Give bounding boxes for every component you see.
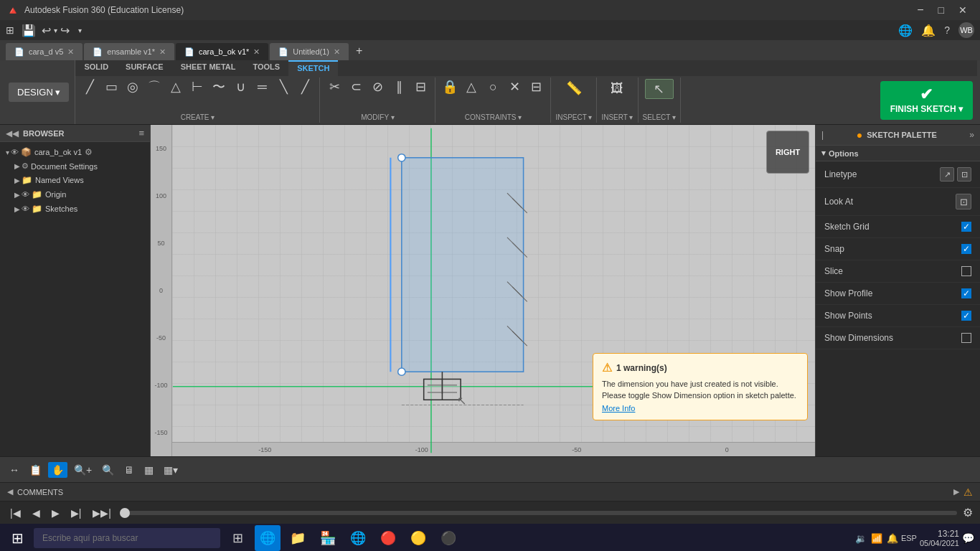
- modify-label[interactable]: MODIFY ▾: [361, 113, 394, 121]
- tab-untitled[interactable]: 📄 Untitled(1) ✕: [270, 43, 349, 60]
- tab-tools[interactable]: TOOLS: [244, 60, 288, 76]
- taskbar-explorer-icon[interactable]: 📁: [285, 525, 311, 551]
- zoom-in-btn[interactable]: 🔍+: [70, 462, 95, 478]
- tab-cara-b-ok[interactable]: 📄 cara_b_ok v1* ✕: [176, 43, 268, 60]
- quick-access-grid[interactable]: ⊞: [6, 24, 14, 36]
- browser-item-sketches[interactable]: ▶ 👁 📁 Sketches: [0, 202, 150, 216]
- circle2-btn[interactable]: ○: [483, 79, 503, 95]
- lookat-btn[interactable]: ⊡: [956, 194, 971, 209]
- play-next-btn[interactable]: ▶|: [68, 506, 85, 520]
- constraints-label[interactable]: CONSTRAINTS ▾: [465, 113, 522, 121]
- measure-btn[interactable]: 📏: [560, 79, 588, 98]
- collapse-palette-icon[interactable]: |: [821, 130, 824, 140]
- trim-btn[interactable]: ✂: [324, 79, 344, 95]
- global-icon[interactable]: 🌐: [898, 24, 913, 37]
- finish-sketch-btn[interactable]: ✔ FINISH SKETCH ▾: [880, 81, 973, 120]
- grid-options-btn[interactable]: ▦▾: [160, 462, 182, 478]
- extend-btn[interactable]: ⊂: [346, 79, 366, 95]
- line-btn[interactable]: ╱: [80, 79, 100, 95]
- new-tab-btn[interactable]: +: [350, 42, 368, 60]
- zoom-fit-btn[interactable]: 🔍: [98, 462, 118, 478]
- taskbar-yellow-icon[interactable]: 🟡: [405, 525, 431, 551]
- show-points-checkbox[interactable]: ✓: [961, 311, 971, 321]
- browser-options-icon[interactable]: ≡: [138, 128, 144, 138]
- grid-view-btn[interactable]: ▦: [141, 462, 157, 478]
- rect2-btn[interactable]: ⊟: [526, 79, 546, 95]
- settings-icon[interactable]: ⚙: [85, 147, 93, 157]
- insert-img-btn[interactable]: 🖼: [603, 79, 631, 98]
- comments-expand-2[interactable]: ▶: [953, 487, 959, 496]
- save-btn[interactable]: 💾: [22, 24, 36, 37]
- tab-cara-d[interactable]: 📄 cara_d v5 ✕: [6, 43, 83, 60]
- select-btn[interactable]: ↖: [645, 79, 674, 99]
- comments-expand[interactable]: ◀: [7, 487, 13, 496]
- browser-item-root[interactable]: ▾ 👁 📦 cara_b_ok v1 ⚙: [0, 145, 150, 159]
- line3-btn[interactable]: ╱: [295, 79, 315, 95]
- triangle-btn[interactable]: △: [461, 79, 481, 95]
- tab-solid[interactable]: SOLID: [75, 60, 117, 76]
- more-info-link[interactable]: More Info: [602, 404, 798, 413]
- break-btn[interactable]: ⊘: [367, 79, 387, 95]
- browser-collapse-icon[interactable]: ◀◀: [6, 128, 19, 138]
- tab-surface[interactable]: SURFACE: [117, 60, 172, 76]
- redo-dropdown[interactable]: ▾: [78, 27, 82, 34]
- pan-btn[interactable]: ↔: [6, 462, 23, 478]
- redo-btn[interactable]: ↪: [60, 24, 70, 37]
- tab-ensamble[interactable]: 📄 ensamble v1* ✕: [84, 43, 174, 60]
- polygon-btn[interactable]: △: [166, 79, 186, 95]
- tab-close[interactable]: ✕: [67, 47, 74, 57]
- play-end-btn[interactable]: ▶▶|: [90, 506, 114, 520]
- design-btn[interactable]: DESIGN ▾: [9, 83, 69, 102]
- network-icon[interactable]: 📶: [871, 533, 882, 544]
- pan-view-btn[interactable]: ✋: [48, 462, 67, 478]
- eye-origin-icon[interactable]: 👁: [22, 190, 29, 199]
- notification-tray-icon[interactable]: 🔔: [887, 533, 898, 544]
- taskbar-chrome-icon[interactable]: 🌐: [345, 525, 371, 551]
- play-prev-btn[interactable]: ◀: [29, 506, 43, 520]
- play-play-btn[interactable]: ▶: [49, 506, 62, 520]
- lock-btn[interactable]: 🔒: [440, 79, 460, 95]
- conic-btn[interactable]: ∪: [230, 79, 250, 95]
- spline-btn[interactable]: 〜: [209, 79, 229, 95]
- eye-sketch-icon[interactable]: 👁: [22, 204, 29, 213]
- close-btn[interactable]: ✕: [951, 4, 974, 16]
- taskbar-store-icon[interactable]: 🏪: [315, 525, 341, 551]
- tab-close[interactable]: ✕: [253, 47, 260, 57]
- taskbar-fusion-icon[interactable]: ⚫: [435, 525, 461, 551]
- offset-btn[interactable]: ⊢: [187, 79, 207, 95]
- timeline-thumb[interactable]: [120, 508, 130, 518]
- palette-expand-icon[interactable]: »: [969, 130, 974, 140]
- undo-dropdown[interactable]: ▾: [54, 27, 57, 34]
- notification-icon[interactable]: 🔔: [921, 24, 936, 37]
- play-start-btn[interactable]: |◀: [7, 506, 24, 520]
- viewport[interactable]: 150 100 50 0 -50 -100 -150 -150 -100 -50…: [151, 125, 815, 456]
- show-dimensions-checkbox[interactable]: [961, 333, 971, 343]
- linetype-btn-2[interactable]: ⊡: [957, 167, 971, 182]
- create-label[interactable]: CREATE ▾: [181, 113, 215, 121]
- browser-item-origin[interactable]: ▶ 👁 📁 Origin: [0, 187, 150, 202]
- arc-btn[interactable]: ⌒: [144, 79, 164, 95]
- taskbar-search[interactable]: [34, 528, 220, 548]
- equal-btn[interactable]: ═: [252, 79, 272, 95]
- slice-checkbox[interactable]: [961, 266, 971, 276]
- viewcube[interactable]: RIGHT: [766, 131, 809, 174]
- select-label[interactable]: SELECT ▾: [643, 113, 677, 121]
- offset-curve-btn[interactable]: ∥: [389, 79, 409, 95]
- timeline-track[interactable]: [120, 511, 957, 515]
- sketch-grid-checkbox[interactable]: ✓: [961, 222, 971, 232]
- tab-sketch[interactable]: SKETCH: [288, 60, 338, 76]
- speaker-icon[interactable]: 🔉: [855, 533, 867, 544]
- maximize-btn[interactable]: □: [931, 4, 951, 16]
- options-section-header[interactable]: ▾ Options: [816, 146, 980, 161]
- tab-close[interactable]: ✕: [334, 47, 340, 57]
- user-avatar[interactable]: WB: [958, 22, 974, 38]
- taskbar-task-view[interactable]: ⊞: [225, 525, 250, 551]
- show-profile-checkbox[interactable]: ✓: [961, 288, 971, 298]
- minimize-btn[interactable]: −: [910, 4, 930, 17]
- eye-icon[interactable]: 👁: [11, 148, 19, 156]
- copy-view-btn[interactable]: 📋: [26, 462, 45, 478]
- tab-sheet-metal[interactable]: SHEET METAL: [172, 60, 245, 76]
- action-center-icon[interactable]: 💬: [962, 532, 974, 544]
- browser-item-doc-settings[interactable]: ▶ ⚙ Document Settings: [0, 159, 150, 173]
- view-mode-btn[interactable]: 🖥: [121, 462, 138, 478]
